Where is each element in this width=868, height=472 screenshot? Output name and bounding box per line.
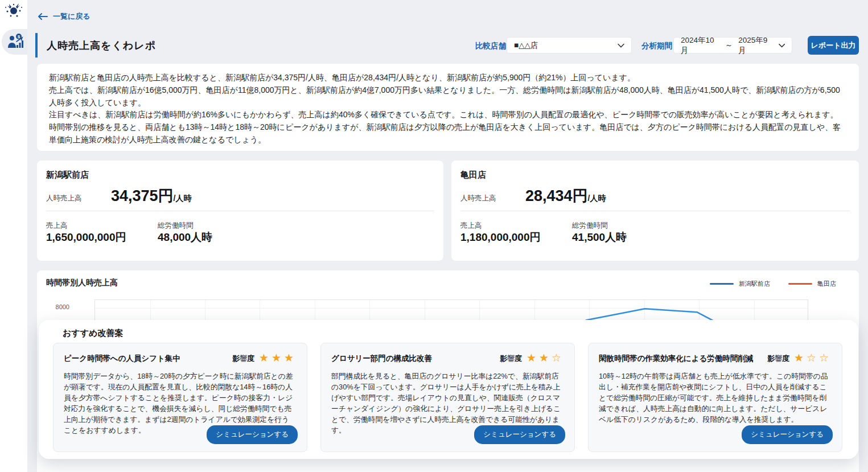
impact-label: 影響度 bbox=[767, 352, 789, 364]
recommendation-card-2: グロサリー部門の構成比改善 影響度 ★★☆ 部門構成比を見ると、亀田店のグロサリ… bbox=[320, 343, 575, 452]
simulate-button[interactable]: シミュレーションする bbox=[474, 425, 565, 444]
store-name: 亀田店 bbox=[460, 170, 486, 180]
metric-value-unit: /人時 bbox=[588, 194, 606, 203]
sales-value: 1,180,000,000円 bbox=[460, 230, 541, 245]
impact-label: 影響度 bbox=[232, 352, 254, 364]
back-link-label: 一覧に戻る bbox=[53, 11, 90, 22]
recommendations-panel: おすすめ改善案 ピーク時間帯への人員シフト集中 影響度 ★★★ 時間帯別データか… bbox=[39, 320, 858, 459]
recommendation-card-1: ピーク時間帯への人員シフト集中 影響度 ★★★ 時間帯別データから、18時～20… bbox=[53, 343, 307, 452]
simulate-button[interactable]: シミュレーションする bbox=[742, 425, 833, 444]
summary-card: 新潟駅前店と亀田店の人時売上高を比較すると、新潟駅前店が34,375円/人時、亀… bbox=[37, 64, 859, 151]
compare-store-label: 比較店舗 bbox=[475, 41, 506, 51]
chart-legend: 新潟駅前店 亀田店 bbox=[710, 280, 836, 288]
simulate-button[interactable]: シミュレーションする bbox=[207, 425, 298, 444]
impact-label: 影響度 bbox=[500, 352, 522, 364]
divider bbox=[46, 211, 434, 211]
metric-value-number: 34,375円 bbox=[111, 187, 174, 204]
legend-label: 亀田店 bbox=[817, 280, 836, 288]
analysis-period-label: 分析期間 bbox=[641, 41, 672, 51]
arrow-left-icon bbox=[38, 13, 48, 20]
app-root: 8000 時間帯別人時売上高 新潟駅前店 亀田店 8000 bbox=[0, 0, 868, 472]
y-axis-tick: 8000 bbox=[37, 303, 69, 310]
recommendation-title: 閑散時間帯の作業効率化による労働時間削減 bbox=[599, 352, 753, 364]
legend-swatch-blue bbox=[710, 283, 734, 285]
summary-line: 時間帯別の推移を見ると、両店舗とも13時～14時と18時～20時にピークがありま… bbox=[49, 121, 847, 146]
divider bbox=[460, 211, 850, 211]
impact-rating: 影響度 ★☆☆ bbox=[767, 352, 832, 364]
summary-line: 売上高では、新潟駅前店が16億5,000万円、亀田店が11億8,000万円と、新… bbox=[49, 84, 847, 109]
compare-store-value: ■△△店 bbox=[514, 40, 618, 51]
title-accent-bar bbox=[35, 33, 38, 58]
export-report-button[interactable]: レポート出力 bbox=[808, 36, 859, 55]
back-to-list-link[interactable]: 一覧に戻る bbox=[38, 11, 90, 22]
sales-value: 1,650,000,000円 bbox=[46, 230, 126, 245]
recommendation-title: ピーク時間帯への人員シフト集中 bbox=[64, 352, 180, 364]
metric-label: 人時売上高 bbox=[460, 194, 496, 203]
sidebar: $ bbox=[0, 0, 27, 472]
app-logo-icon[interactable] bbox=[4, 2, 23, 19]
metric-value: 34,375円/人時 bbox=[111, 186, 191, 206]
metric-label: 人時売上高 bbox=[46, 194, 82, 203]
legend-swatch-orange bbox=[788, 283, 812, 285]
chevron-down-icon bbox=[618, 43, 624, 48]
hours-value: 48,000人時 bbox=[158, 230, 212, 245]
star-rating-icons: ★★☆ bbox=[526, 352, 564, 363]
recommendation-card-3: 閑散時間帯の作業効率化による労働時間削減 影響度 ★☆☆ 10時～12時の午前帯… bbox=[588, 343, 842, 452]
sidebar-item-sales-per-hour-report[interactable]: $ bbox=[2, 29, 27, 55]
legend-label: 新潟駅前店 bbox=[739, 280, 770, 288]
impact-rating: 影響度 ★★★ bbox=[232, 352, 297, 364]
summary-line: 新潟駅前店と亀田店の人時売上高を比較すると、新潟駅前店が34,375円/人時、亀… bbox=[49, 72, 847, 84]
period-end-value: 2025年9月 bbox=[738, 35, 773, 56]
impact-rating: 影響度 ★★☆ bbox=[500, 352, 564, 364]
sales-label: 売上高 bbox=[46, 221, 68, 231]
legend-item-store1: 新潟駅前店 bbox=[710, 280, 770, 288]
legend-item-store2: 亀田店 bbox=[788, 280, 836, 288]
summary-line: 注目すべきは、新潟駅前店は労働時間が約16%多いにもかかわらず、売上高は約40%… bbox=[49, 109, 847, 121]
star-rating-icons: ★☆☆ bbox=[794, 352, 832, 363]
person-sales-chart-icon: $ bbox=[7, 33, 24, 50]
recommendations-heading: おすすめ改善案 bbox=[63, 328, 123, 339]
chevron-down-icon bbox=[779, 43, 785, 48]
hours-label: 総労働時間 bbox=[158, 221, 194, 231]
period-start-value: 2024年10月 bbox=[681, 35, 719, 56]
period-separator: ～ bbox=[725, 40, 733, 51]
metric-value-unit: /人時 bbox=[174, 194, 192, 203]
recommendation-body: 10時～12時の午前帯は両店舗とも売上が低水準です。この時間帯の品出し・補充作業… bbox=[599, 371, 832, 425]
hours-value: 41,500人時 bbox=[572, 230, 627, 245]
sales-label: 売上高 bbox=[460, 221, 482, 231]
analysis-period-select[interactable]: 2024年10月 ～ 2025年9月 bbox=[673, 37, 792, 54]
page-title: 人時売上高をくわレポ bbox=[47, 39, 156, 52]
compare-store-select[interactable]: ■△△店 bbox=[507, 37, 632, 54]
store-name: 新潟駅前店 bbox=[46, 170, 89, 180]
recommendation-title: グロサリー部門の構成比改善 bbox=[331, 352, 432, 364]
metric-value-number: 28,434円 bbox=[525, 187, 588, 204]
chart-title: 時間帯別人時売上高 bbox=[46, 278, 118, 288]
store-card-kameda: 亀田店 人時売上高 28,434円/人時 売上高 1,180,000,000円 … bbox=[451, 161, 859, 261]
metric-value: 28,434円/人時 bbox=[525, 186, 606, 206]
star-rating-icons: ★★★ bbox=[259, 352, 297, 363]
store-card-niigata: 新潟駅前店 人時売上高 34,375円/人時 売上高 1,650,000,000… bbox=[37, 161, 443, 261]
hours-label: 総労働時間 bbox=[572, 221, 608, 231]
